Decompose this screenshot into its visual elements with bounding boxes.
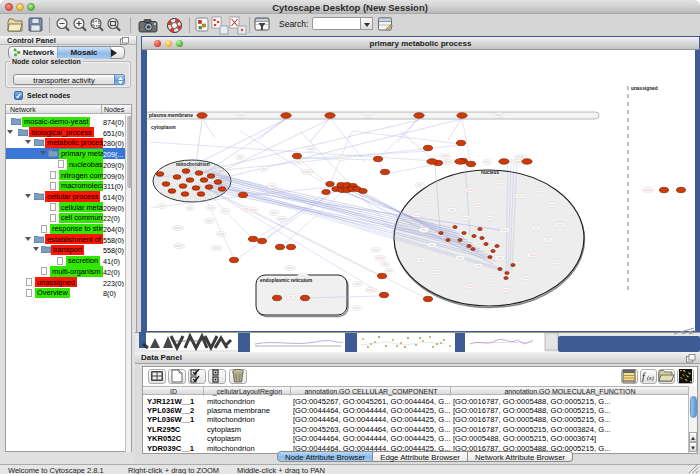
svg-text:(x): (x) xyxy=(647,375,654,382)
svg-text:nucleus: nucleus xyxy=(481,170,499,175)
svg-text:unassigned: unassigned xyxy=(631,86,658,91)
svg-text:plasma membrane: plasma membrane xyxy=(149,112,193,118)
svg-text:f: f xyxy=(642,371,646,382)
svg-text:cytoplasm: cytoplasm xyxy=(151,124,176,130)
